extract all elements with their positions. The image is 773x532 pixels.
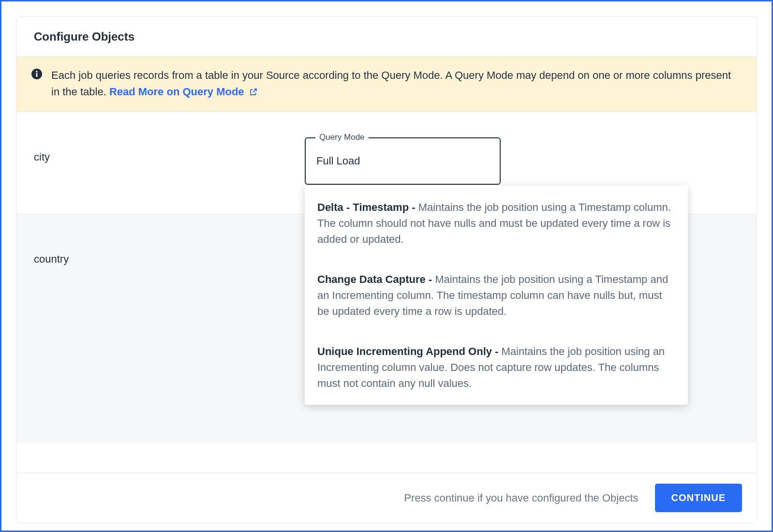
configure-objects-card: Configure Objects Each job queries recor… (16, 16, 757, 523)
svg-point-2 (36, 71, 38, 73)
info-banner: Each job queries records from a table in… (16, 57, 757, 112)
query-mode-dropdown[interactable]: Delta - Timestamp - Maintains the job po… (305, 186, 688, 405)
query-mode-label: Query Mode (315, 133, 369, 142)
object-row-city: city Query Mode Full Load Delta - Timest… (16, 112, 757, 214)
query-mode-select[interactable]: Query Mode Full Load (305, 137, 501, 185)
objects-list: city Query Mode Full Load Delta - Timest… (16, 112, 757, 442)
card-title: Configure Objects (34, 30, 739, 44)
continue-button[interactable]: CONTINUE (655, 484, 742, 512)
object-name: city (34, 137, 305, 163)
card-footer: Press continue if you have configured th… (16, 473, 757, 523)
external-link-icon (249, 85, 258, 101)
object-name: country (34, 239, 305, 266)
dropdown-option-change-data-capture[interactable]: Change Data Capture - Maintains the job … (305, 265, 688, 326)
info-banner-text: Each job queries records from a table in… (51, 67, 739, 101)
card-header: Configure Objects (16, 16, 757, 57)
dropdown-option-unique-incrementing[interactable]: Unique Incrementing Append Only - Mainta… (305, 337, 688, 398)
read-more-link[interactable]: Read More on Query Mode (109, 86, 258, 98)
query-mode-value: Full Load (306, 138, 500, 167)
dropdown-option-delta-timestamp[interactable]: Delta - Timestamp - Maintains the job po… (305, 192, 688, 254)
svg-rect-1 (36, 73, 38, 77)
footer-hint: Press continue if you have configured th… (404, 492, 638, 504)
field-zone: Query Mode Full Load Delta - Timestamp -… (305, 137, 739, 185)
info-icon (31, 67, 43, 85)
